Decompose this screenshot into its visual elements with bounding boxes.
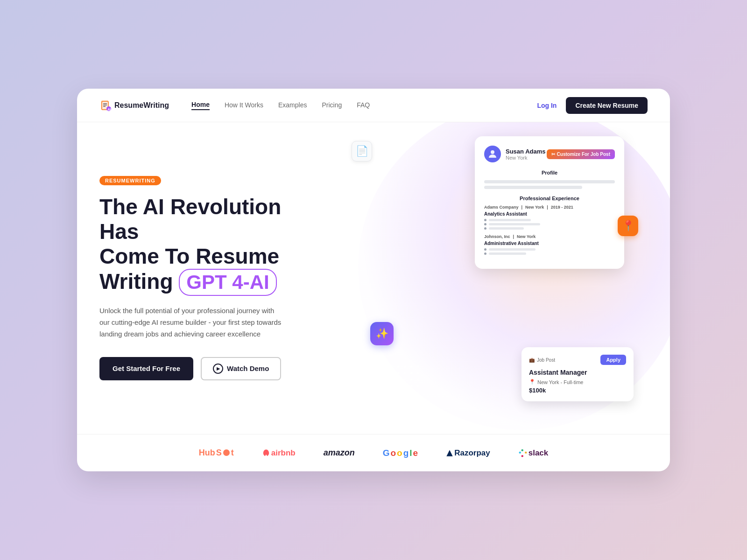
role-1: Analytics Assistant [484,211,615,217]
nav-pricing[interactable]: Pricing [322,101,342,110]
company-2-header: Johnson, Inc | New York [484,234,615,239]
hero-buttons: Get Started For Free ▶ Watch Demo [99,357,324,380]
watch-demo-button[interactable]: ▶ Watch Demo [201,357,281,380]
gpt-badge: GPT 4-AI [179,269,276,296]
sparkle-decoration: ✦✦✦✦✦✦✦✦ ✦✦✦✦✦✦✦✦ ✦✦✦✦✦✦✦✦ ✦✦✦✦✦✦✦✦ ✦✦✦✦… [370,364,423,397]
logo[interactable]: AI ResumeWriting [99,99,169,112]
wand-icon: ✨ [370,322,394,345]
nav-faq[interactable]: FAQ [357,101,370,110]
main-card: AI ResumeWriting Home How It Works Examp… [77,89,670,471]
exp-line-2 [484,223,615,225]
role-1-lines [484,219,615,230]
doc-icon: 📄 [352,141,372,161]
user-location: New York [506,155,546,161]
svg-rect-11 [521,455,523,457]
resume-card-header: Susan Adams New York ✂ Customize For Job… [484,146,615,162]
hero-left: RESUMEWRITING The AI Revolution Has Come… [99,122,342,434]
exp-dot [484,227,486,230]
nav-home[interactable]: Home [191,101,210,110]
svg-rect-8 [519,451,521,453]
svg-rect-10 [525,451,527,453]
job-title: Assistant Manager [529,369,626,376]
job-location: 📍 New York - Full-time [529,379,626,385]
profile-section-title: Profile [484,170,615,175]
role-2-lines [484,248,615,255]
svg-point-7 [491,150,494,154]
location-pin-icon: 📍 [618,216,638,236]
role-2: Administrative Assistant [484,241,615,246]
brand-hubspot: HubSt [199,448,234,458]
brand-airbnb: airbnb [262,448,296,458]
hero-right: ✦✦✦✦✦✦✦✦ ✦✦✦✦✦✦✦✦ ✦✦✦✦✦✦✦✦ ✦✦✦✦✦✦✦✦ ✦✦✦✦… [342,122,648,434]
profile-line-1 [484,180,615,183]
login-link[interactable]: Log In [537,102,557,109]
job-post-card: 💼 Job Post Apply Assistant Manager 📍 New… [521,347,634,401]
resume-user-info: Susan Adams New York [484,146,546,162]
exp-line-1 [484,219,615,221]
svg-text:AI: AI [108,107,111,111]
company-1-header: Adams Company | New York | 2019 - 2021 [484,205,615,210]
user-name: Susan Adams [506,148,546,155]
hero-badge: RESUMEWRITING [99,176,161,185]
exp-dot [484,248,486,251]
exp-line-3 [484,227,615,230]
customize-for-job-button[interactable]: ✂ Customize For Job Post [547,149,615,159]
brand-razorpay: Razorpay [446,448,490,458]
exp-line-5 [484,252,615,255]
profile-lines [484,180,615,189]
brand-slack: slack [518,448,549,458]
create-resume-button[interactable]: Create New Resume [566,97,648,114]
job-salary: $100k [529,387,626,394]
avatar [484,146,501,162]
experience-title: Professional Experience [484,196,615,201]
hero-title: The AI Revolution Has Come To Resume Wri… [99,195,324,296]
user-info: Susan Adams New York [506,148,546,161]
exp-dot [484,219,486,221]
exp-line-4 [484,248,615,251]
resume-preview-card: Susan Adams New York ✂ Customize For Job… [475,136,624,269]
exp-dot [484,252,486,255]
play-icon: ▶ [213,364,223,374]
svg-rect-9 [521,449,523,451]
apply-button[interactable]: Apply [600,355,626,365]
exp-dot [484,223,486,225]
nav-links: Home How It Works Examples Pricing FAQ [191,101,537,110]
brand-amazon: amazon [324,448,355,458]
profile-line-2 [484,186,582,189]
nav-actions: Log In Create New Resume [537,97,648,114]
job-tag: 💼 Job Post [529,357,555,363]
experience-section: Professional Experience Adams Company | … [484,196,615,255]
nav-how-it-works[interactable]: How It Works [225,101,263,110]
nav-examples[interactable]: Examples [278,101,307,110]
hero-section: RESUMEWRITING The AI Revolution Has Come… [77,122,670,434]
navbar: AI ResumeWriting Home How It Works Examp… [77,89,670,122]
brands-section: HubSt airbnb amazon Google Razorpay slac… [77,434,670,471]
job-card-header: 💼 Job Post Apply [529,355,626,365]
brand-google: Google [383,448,418,458]
location-pin: 📍 [529,379,536,385]
hero-subtitle: Unlock the full potential of your profes… [99,305,286,340]
get-started-button[interactable]: Get Started For Free [99,357,193,380]
